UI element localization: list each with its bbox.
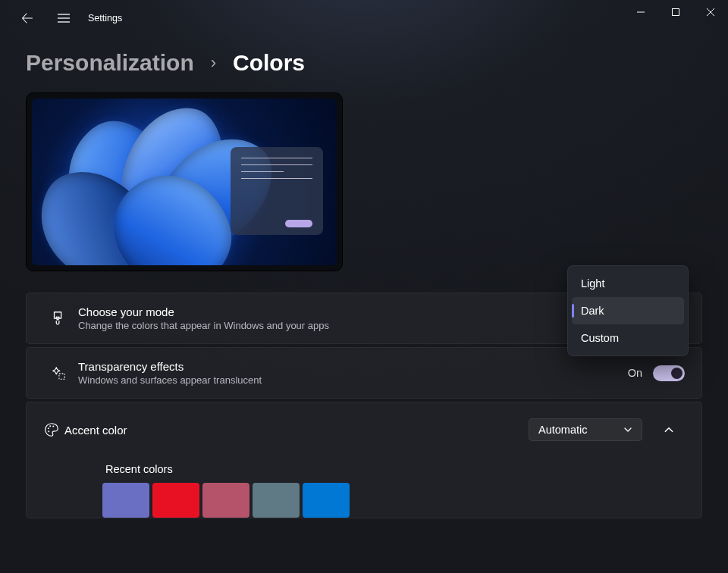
svg-point-9 [49, 425, 51, 427]
accent-color-header: Accent color Automatic [27, 402, 701, 457]
breadcrumb: Personalization › Colors [0, 36, 728, 76]
recent-color-swatch[interactable] [102, 483, 149, 518]
svg-point-11 [48, 431, 49, 432]
preview-mini-window [231, 147, 323, 235]
chevron-up-icon [664, 424, 674, 435]
svg-rect-4 [673, 9, 679, 16]
app-title: Settings [88, 13, 122, 23]
recent-color-swatch[interactable] [152, 483, 199, 518]
accent-color-combobox[interactable]: Automatic [529, 418, 642, 441]
breadcrumb-parent[interactable]: Personalization [26, 50, 194, 76]
svg-point-10 [52, 425, 54, 427]
mode-option-dark[interactable]: Dark [572, 297, 684, 324]
transparency-title: Transparency effects [78, 360, 628, 373]
transparency-subtitle: Windows and surfaces appear translucent [78, 374, 628, 386]
recent-color-swatch[interactable] [202, 483, 249, 518]
recent-colors-row [102, 483, 701, 518]
transparency-toggle[interactable] [653, 365, 685, 381]
close-icon [707, 8, 714, 16]
maximize-button[interactable] [658, 0, 693, 24]
recent-color-swatch[interactable] [303, 483, 350, 518]
recent-color-swatch[interactable] [253, 483, 300, 518]
hamburger-icon [58, 13, 70, 23]
back-button[interactable] [12, 3, 42, 33]
desktop-preview [26, 92, 343, 271]
accent-color-title: Accent color [64, 424, 529, 437]
toggle-knob [671, 368, 682, 379]
recent-colors-label: Recent colors [105, 463, 701, 475]
wallpaper-preview [32, 99, 337, 265]
maximize-icon [672, 8, 679, 16]
accent-color-section: Accent color Automatic Recent colors [26, 402, 702, 518]
back-arrow-icon [21, 12, 33, 24]
accent-color-body: Recent colors [27, 463, 701, 518]
chevron-right-icon: › [211, 53, 216, 73]
mode-option-light[interactable]: Light [572, 270, 684, 297]
accent-expander-button[interactable] [653, 416, 685, 443]
mode-option-custom[interactable]: Custom [572, 324, 684, 352]
svg-rect-7 [59, 374, 64, 379]
svg-point-8 [48, 427, 49, 429]
minimize-icon [637, 8, 645, 16]
transparency-toggle-label: On [628, 367, 642, 379]
brush-icon [50, 310, 67, 327]
titlebar: Settings [0, 0, 728, 36]
nav-menu-button[interactable] [49, 3, 79, 33]
mode-dropdown: Light Dark Custom [567, 265, 689, 356]
accent-combo-value: Automatic [538, 424, 587, 436]
window-controls [623, 0, 728, 24]
close-button[interactable] [693, 0, 728, 24]
chevron-down-icon [623, 425, 632, 434]
palette-icon [43, 421, 60, 438]
sparkle-icon [50, 365, 67, 381]
breadcrumb-current: Colors [233, 50, 305, 76]
minimize-button[interactable] [623, 0, 658, 24]
